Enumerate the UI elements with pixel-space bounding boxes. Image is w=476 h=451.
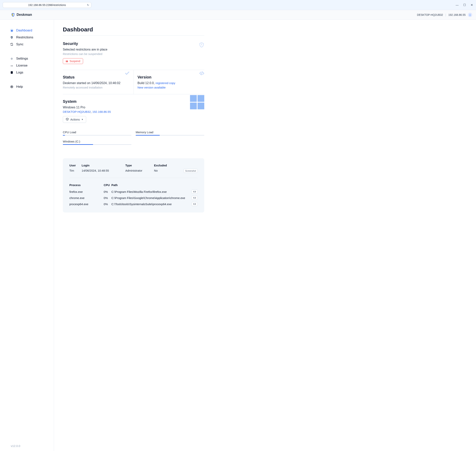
version-footer: v12.0.0 [11,444,20,448]
sidebar-item-sync[interactable]: Sync [10,41,54,48]
actions-label: Actions [70,118,80,121]
version-title: Version [138,75,204,79]
help-icon [10,85,13,88]
status-title: Status [63,75,130,79]
windows-logo-icon [190,95,204,109]
sidebar-item-label: Restrictions [16,36,33,39]
url-text: 192.168.86.55:2288/restrictions [28,3,66,6]
gauge-mem: Memory Load [136,131,204,136]
suspend-label: Suspend [70,60,80,63]
sidebar-item-label: License [16,64,28,68]
proc-path: C:\Tools\tools\SysinternalsSuite\procexp… [111,202,188,206]
actions-button[interactable]: Actions ▼ [63,116,86,123]
sidebar-item-settings[interactable]: ⚙ Settings [10,55,54,62]
proc-cpu: 0% [104,190,111,193]
sidebar-item-license[interactable]: ▭ License [10,62,54,69]
shield-icon [11,13,15,17]
code-icon [199,71,204,76]
gauge-disk-label: Windows (C:) [63,140,131,143]
status-version-row: Status Deskman started on 14/06/2024, 10… [63,70,204,94]
proc-path: C:\Program Files\Mozilla Firefox\firefox… [111,190,188,193]
td-type: Administrator [125,169,154,172]
registered-copy-link[interactable]: registered copy [155,81,175,85]
compass-icon: ◉ [10,29,13,32]
proc-path: C:\Program Files\Google\Chrome\Applicati… [111,196,188,200]
kill-button[interactable]: Kill [191,202,198,206]
window-controls: — ☐ ✕ [456,3,473,7]
check-icon [125,71,130,76]
topbar-right: DESKTOP-HQ2UB32 | 192.168.86.55 [417,13,472,17]
version-build: Build 12.0.0, registered copy [138,81,204,85]
th-user: User [69,164,82,167]
screenshot-button[interactable]: Screenshot [184,169,198,173]
card-icon: ▭ [10,64,13,67]
th-process: Process [69,183,104,187]
table-row: chrome.exe0%C:\Program Files\Google\Chro… [69,195,198,201]
gauge-mem-label: Memory Load [136,131,204,134]
topbar: Deskman DESKTOP-HQ2UB32 | 192.168.86.55 [0,10,476,20]
cube-icon [66,118,69,121]
th-cpu: CPU [104,183,111,187]
kill-button[interactable]: Kill [191,190,198,194]
sidebar-item-help[interactable]: Help [10,83,54,90]
th-path: Path [111,183,188,187]
refresh-icon[interactable]: ↻ [87,3,89,6]
card-security: Security Selected restrictions are in pl… [63,41,204,70]
header-ip: 192.168.86.55 [448,13,466,16]
gauge-disk: Windows (C:) [63,140,131,145]
th-login: Login [82,164,125,167]
database-icon [10,71,13,74]
suspend-button[interactable]: ▮▮ Suspend [63,58,83,64]
security-line1: Selected restrictions are in place [63,48,204,51]
minimize-button[interactable]: — [456,3,459,7]
kill-button[interactable]: Kill [191,196,198,200]
svg-point-3 [11,86,12,87]
security-line2: Restrictions can be suspended [63,52,204,56]
sidebar-item-label: Help [16,85,23,89]
th-type: Type [125,164,154,167]
gauge-cpu: CPU Load [63,131,131,136]
new-version-link[interactable]: New version available [138,86,204,89]
gauges: CPU Load Memory Load Windows (C:) [63,131,204,145]
session-panel: User Tim Login 14/06/2024, 10:48:55 Type… [63,158,204,213]
address-bar[interactable]: 192.168.86.55:2288/restrictions ↻ [3,2,91,8]
system-os: Windows 11 Pro [63,106,204,109]
chevron-down-icon: ▼ [81,118,83,120]
sidebar-item-label: Sync [16,42,24,46]
header-hostname: DESKTOP-HQ2UB32 [417,13,443,16]
system-ip-link[interactable]: 192.168.86.55 [92,110,111,113]
system-title: System [63,99,204,104]
pause-icon: ▮▮ [66,60,68,63]
status-line1: Deskman started on 14/06/2024, 10:46:02 [63,81,130,85]
table-row: firefox.exe0%C:\Program Files\Mozilla Fi… [69,188,198,195]
sidebar-item-label: Dashboard [16,29,32,32]
card-system: System Windows 11 Pro DESKTOP-HQ2UB32, 1… [63,94,204,150]
gauge-cpu-label: CPU Load [63,131,131,134]
shield-check-icon [10,36,13,39]
sidebar-item-logs[interactable]: Logs [10,69,54,76]
sidebar: ◉ Dashboard Restrictions Sync ⚙ Settings [0,20,54,451]
system-hostname-link[interactable]: DESKTOP-HQ2UB32 [63,110,91,113]
maximize-button[interactable]: ☐ [463,3,466,7]
avatar[interactable] [468,13,472,17]
page-title: Dashboard [63,26,204,36]
proc-cpu: 0% [104,196,111,200]
browser-chrome: 192.168.86.55:2288/restrictions ↻ — ☐ ✕ [0,0,476,10]
td-login: 14/06/2024, 10:48:55 [82,169,125,172]
shield-outline-icon [199,42,204,48]
brand-name: Deskman [17,13,32,17]
sidebar-item-restrictions[interactable]: Restrictions [10,34,54,41]
security-title: Security [63,41,204,46]
sidebar-item-dashboard[interactable]: ◉ Dashboard [10,27,54,34]
table-row: procexp64.exe0%C:\Tools\tools\Sysinterna… [69,201,198,207]
sidebar-item-label: Logs [16,71,23,75]
brand[interactable]: Deskman [11,13,32,17]
status-line2: Remotely accessed installation [63,86,130,89]
card-status: Status Deskman started on 14/06/2024, 10… [63,70,134,94]
card-version: Version Build 12.0.0, registered copy Ne… [134,70,204,94]
process-table: Process CPU Path firefox.exe0%C:\Program… [69,182,198,207]
divider: | [445,13,446,16]
close-button[interactable]: ✕ [470,3,473,7]
gear-icon: ⚙ [10,57,13,60]
sidebar-item-label: Settings [16,57,28,61]
